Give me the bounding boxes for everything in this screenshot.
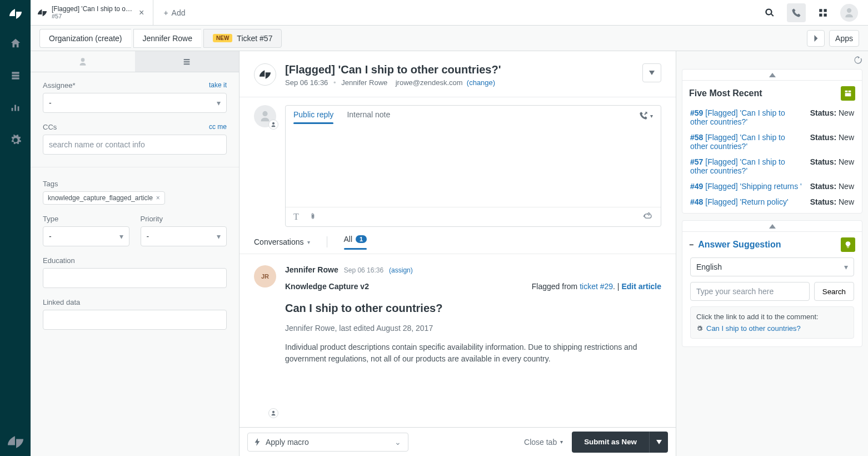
phone-icon[interactable] xyxy=(787,3,806,22)
education-input[interactable] xyxy=(43,268,227,288)
recent-ticket-link[interactable]: #49 [Flagged] 'Shipping returns ' xyxy=(690,182,802,191)
top-tab-strip: [Flagged] 'Can I ship to o… #57 × + Add xyxy=(31,0,868,26)
gear-icon xyxy=(696,325,703,332)
ticket-actions-button[interactable] xyxy=(642,63,661,82)
apply-macro-button[interactable]: Apply macro ⌄ xyxy=(247,433,408,452)
apps-grid-icon[interactable] xyxy=(814,3,832,22)
ticket-fields-tab[interactable] xyxy=(135,51,240,72)
chevron-down-icon: ▾ xyxy=(217,232,221,241)
tab-ticket-57[interactable]: [Flagged] 'Can I ship to o… #57 × xyxy=(31,0,153,26)
recent-ticket-status: Status: New xyxy=(810,108,854,126)
context-user[interactable]: Jennifer Rowe xyxy=(133,29,202,48)
search-icon[interactable] xyxy=(760,3,779,22)
minus-icon[interactable]: − xyxy=(689,240,694,249)
context-ticket-label: Ticket #57 xyxy=(237,34,272,43)
take-it-link[interactable]: take it xyxy=(209,81,227,90)
requester-tab[interactable] xyxy=(31,51,135,72)
public-reply-tab[interactable]: Public reply xyxy=(293,110,333,123)
recent-ticket-status: Status: New xyxy=(810,133,854,151)
answer-search-button[interactable]: Search xyxy=(814,282,854,301)
conversations-label: Conversations xyxy=(254,237,304,246)
admin-gear-icon[interactable] xyxy=(6,130,26,150)
type-select[interactable]: - ▾ xyxy=(43,226,129,246)
ticket-requester: Jennifer Rowe xyxy=(341,78,387,87)
ticket-icon xyxy=(37,8,47,18)
ticket-footer: Apply macro ⌄ Close tab ▾ Submit as New xyxy=(240,427,676,456)
ccs-input[interactable] xyxy=(43,135,227,155)
linked-data-input[interactable] xyxy=(43,310,227,330)
profile-avatar[interactable] xyxy=(840,4,858,22)
recent-ticket-link[interactable]: #58 [Flagged] 'Can I ship to other count… xyxy=(690,133,802,151)
chevron-down-icon: ▾ xyxy=(560,439,563,445)
change-requester-link[interactable]: (change) xyxy=(467,78,495,87)
next-ticket-button[interactable] xyxy=(807,30,825,47)
knowledge-capture-source: Flagged from ticket #29. | Edit article xyxy=(532,282,661,291)
suggested-article-link[interactable]: Can I ship to other countries? xyxy=(696,324,848,333)
conv-all-label: All xyxy=(344,235,353,244)
collapse-toggle[interactable] xyxy=(682,70,862,81)
chevron-down-icon xyxy=(656,440,662,444)
conversation-tab-all[interactable]: All 1 xyxy=(344,235,367,249)
user-icon xyxy=(78,57,87,66)
recent-app-title: Five Most Recent xyxy=(689,88,762,98)
zendesk-logo-icon xyxy=(8,7,23,21)
chevron-up-icon xyxy=(769,73,776,77)
edit-article-link[interactable]: Edit article xyxy=(621,282,661,291)
close-icon[interactable]: × xyxy=(137,7,146,19)
assignee-select[interactable]: - ▾ xyxy=(43,93,227,113)
recent-ticket-status: Status: New xyxy=(810,197,854,206)
new-badge: NEW xyxy=(213,34,232,42)
cc-me-link[interactable]: cc me xyxy=(209,123,227,131)
recent-ticket-link[interactable]: #57 [Flagged] 'Can I ship to other count… xyxy=(690,157,802,175)
ticket-main-area: [Flagged] 'Can I ship to other countries… xyxy=(240,51,676,456)
conversation-event: JR Jennifer Rowe Sep 06 16:36 (assign) K… xyxy=(240,254,676,427)
answer-search-input[interactable] xyxy=(690,282,810,301)
tag-chip[interactable]: knowledge_capture_flagged_article × xyxy=(43,191,165,205)
ticket-share-icon[interactable] xyxy=(643,212,653,221)
editor-body[interactable] xyxy=(286,123,661,207)
internal-note-tab[interactable]: Internal note xyxy=(347,110,390,123)
assign-link[interactable]: (assign) xyxy=(389,266,413,274)
refresh-apps-icon[interactable] xyxy=(854,56,862,65)
conversations-dropdown[interactable]: Conversations ▾ xyxy=(254,237,310,246)
attachment-icon[interactable] xyxy=(309,212,317,222)
recent-ticket-row: #58 [Flagged] 'Can I ship to other count… xyxy=(690,133,854,151)
priority-select[interactable]: - ▾ xyxy=(141,226,227,246)
call-button[interactable]: ▾ xyxy=(639,111,653,120)
ccs-field: CCs cc me xyxy=(43,123,227,155)
context-ticket[interactable]: NEW Ticket #57 xyxy=(203,29,282,48)
ticket-meta: Sep 06 16:36 • Jennifer Rowe jrowe@zende… xyxy=(285,78,501,87)
tab-title: [Flagged] 'Can I ship to o… xyxy=(52,5,132,13)
close-tab-button[interactable]: Close tab ▾ xyxy=(524,438,563,447)
article-body: Individual product descriptions contain … xyxy=(285,341,661,365)
text-format-icon[interactable]: T xyxy=(293,212,299,222)
type-value: - xyxy=(49,232,52,241)
reporting-icon[interactable] xyxy=(6,98,26,118)
recent-ticket-link[interactable]: #59 [Flagged] 'Can I ship to other count… xyxy=(690,108,802,126)
language-select[interactable]: English ▾ xyxy=(690,257,854,276)
tags-field: Tags knowledge_capture_flagged_article × xyxy=(43,180,227,205)
lightning-icon xyxy=(255,438,260,446)
conversation-bar: Conversations ▾ All 1 xyxy=(240,227,676,254)
answer-suggestion-app: − Answer Suggestion English ▾ xyxy=(682,220,862,347)
tab-subtitle: #57 xyxy=(52,13,132,20)
recent-ticket-row: #49 [Flagged] 'Shipping returns 'Status:… xyxy=(690,182,854,191)
context-organization[interactable]: Organization (create) xyxy=(39,29,131,48)
home-icon[interactable] xyxy=(6,33,26,53)
answer-app-title[interactable]: Answer Suggestion xyxy=(698,240,781,250)
collapse-toggle[interactable] xyxy=(682,221,862,232)
close-tab-label: Close tab xyxy=(524,438,557,447)
add-tab-button[interactable]: + Add xyxy=(153,8,195,17)
submit-dropdown[interactable] xyxy=(649,432,668,453)
assignee-label: Assignee* xyxy=(43,81,76,90)
recent-ticket-link[interactable]: #48 [Flagged] 'Return policy' xyxy=(690,197,802,206)
add-label: Add xyxy=(172,8,186,17)
submit-button[interactable]: Submit as New xyxy=(572,432,649,453)
apps-toggle-button[interactable]: Apps xyxy=(829,30,859,47)
author-avatar: JR xyxy=(254,265,276,288)
source-ticket-link[interactable]: ticket #29 xyxy=(580,282,613,291)
article-meta: Jennifer Rowe, last edited August 28, 20… xyxy=(285,324,661,333)
remove-tag-icon[interactable]: × xyxy=(156,194,160,202)
views-icon[interactable] xyxy=(6,66,26,86)
chevron-down-icon: ▾ xyxy=(119,232,123,241)
